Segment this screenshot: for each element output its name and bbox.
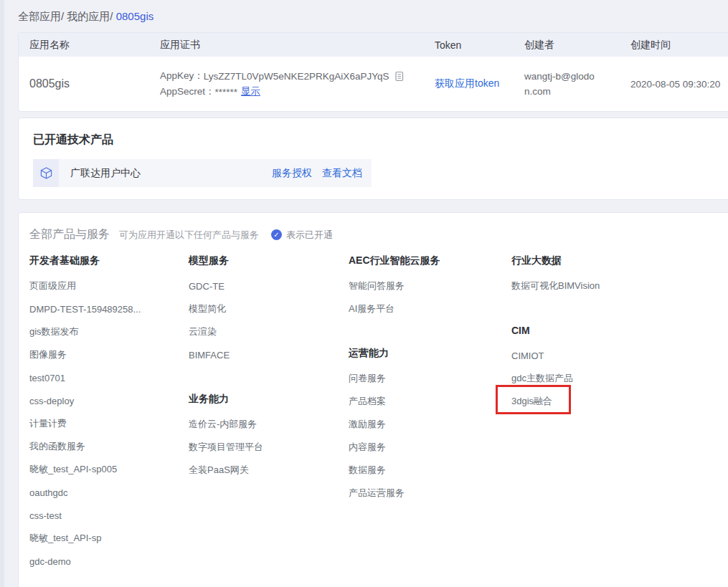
appkey-label: AppKey：	[160, 70, 204, 82]
product-service-label: gdc-demo	[29, 556, 71, 567]
get-token-link[interactable]: 获取应用token	[435, 77, 499, 89]
all-products-card: 全部产品与服务 可为应用开通以下任何产品与服务 ✓ 表示已开通 开发者基础服务页…	[18, 212, 728, 587]
product-group-items: GDC-TE模型简化云渲染BIMFACE	[189, 275, 349, 366]
app-cert-cell: AppKey：LysZZ7TL0VpW5eNKE2PRKgAiX6aPJYqS …	[149, 67, 424, 100]
product-service-item[interactable]: 数字项目管理平台	[189, 436, 349, 459]
product-service-item[interactable]: gdc主数据产品	[511, 367, 728, 390]
product-service-label: 造价云-内部服务	[189, 418, 257, 431]
product-service-label: CIMIOT	[511, 350, 544, 361]
product-service-item[interactable]: gis数据发布	[29, 320, 189, 343]
service-authorize-link[interactable]: 服务授权	[272, 167, 312, 180]
product-service-label: 模型简化	[189, 302, 226, 315]
table-header-cell: 应用证书	[149, 39, 424, 52]
product-service-item[interactable]: DMPD-TEST-159489258...	[29, 297, 189, 320]
product-service-item[interactable]: test0701	[29, 366, 189, 389]
product-service-item[interactable]: 问卷服务	[349, 367, 511, 390]
appsecret-mask: ******	[215, 87, 238, 97]
product-service-item[interactable]: 激励服务	[349, 413, 511, 436]
product-service-item[interactable]: 模型简化	[189, 297, 349, 320]
product-service-label: AI服务平台	[349, 302, 394, 315]
breadcrumb-item-1[interactable]: 全部应用/	[18, 10, 67, 22]
product-service-item[interactable]: 智能问答服务	[349, 275, 511, 297]
product-service-item[interactable]: 晓敏_test_API-sp005	[29, 458, 189, 481]
product-column-1: 开发者基础服务页面级应用DMPD-TEST-159489258...gis数据发…	[29, 249, 189, 573]
product-service-item[interactable]: css-deploy	[29, 389, 189, 412]
copy-icon[interactable]	[394, 71, 405, 82]
product-column-2: 模型服务GDC-TE模型简化云渲染BIMFACE业务能力造价云-内部服务数字项目…	[189, 249, 349, 573]
product-service-label: 图像服务	[29, 348, 67, 361]
product-service-item[interactable]: 晓敏_test_API-sp	[29, 527, 189, 550]
product-service-label: 数据可视化BIMVision	[511, 280, 600, 292]
product-service-label: DMPD-TEST-159489258...	[29, 304, 141, 315]
check-circle-icon: ✓	[271, 229, 282, 240]
product-service-label: 页面级应用	[29, 280, 76, 292]
product-service-item[interactable]: 全装PaaS网关	[189, 459, 349, 482]
product-service-item[interactable]: css-test	[29, 504, 189, 527]
product-group-header: 行业大数据	[511, 249, 728, 272]
product-service-label: GDC-TE	[189, 281, 224, 292]
enabled-products-card: 已开通技术产品 广联达用户中心服务授权查看文档	[18, 118, 728, 200]
product-group: AEC行业智能云服务智能问答服务AI服务平台	[349, 249, 511, 320]
show-secret-link[interactable]: 显示	[241, 85, 260, 98]
product-service-item[interactable]: oauthgdc	[29, 481, 189, 504]
product-service-label: 内容服务	[349, 441, 386, 454]
product-service-item[interactable]: 云渲染	[189, 320, 349, 343]
all-products-header: 全部产品与服务 可为应用开通以下任何产品与服务 ✓ 表示已开通	[29, 227, 728, 242]
breadcrumb-item-3[interactable]: 0805gis	[116, 10, 154, 22]
product-service-item[interactable]: 产品档案	[349, 390, 511, 413]
product-service-label: 数字项目管理平台	[189, 441, 263, 454]
product-service-item[interactable]: 图像服务	[29, 343, 189, 366]
product-group-items: 造价云-内部服务数字项目管理平台全装PaaS网关	[189, 413, 349, 482]
product-service-item[interactable]: gdc-demo	[29, 550, 189, 573]
product-service-item[interactable]: AI服务平台	[349, 297, 511, 320]
table-header-row: 应用名称应用证书Token创建者创建时间	[19, 33, 728, 57]
enabled-product-row[interactable]: 广联达用户中心服务授权查看文档	[33, 159, 372, 187]
breadcrumb-item-2[interactable]: 我的应用/	[67, 10, 115, 22]
product-service-label: BIMFACE	[189, 350, 230, 361]
product-group-items: 智能问答服务AI服务平台	[349, 275, 511, 320]
product-service-item[interactable]: GDC-TE	[189, 275, 349, 297]
product-service-label: 数据服务	[349, 464, 386, 477]
product-service-label: 晓敏_test_API-sp	[29, 532, 101, 545]
table-row: 0805gis AppKey：LysZZ7TL0VpW5eNKE2PRKgAiX…	[19, 57, 728, 111]
product-column-3: AEC行业智能云服务智能问答服务AI服务平台运营能力问卷服务产品档案激励服务内容…	[349, 249, 511, 573]
product-service-label: 云渲染	[189, 325, 217, 338]
product-service-item[interactable]: 数据服务	[349, 459, 511, 482]
product-group: CIMCIMIOTgdc主数据产品3dgis融合	[511, 319, 728, 413]
product-service-item[interactable]: 产品运营服务	[349, 482, 511, 505]
page-edge-strip	[0, 0, 4, 587]
product-service-label: 3dgis融合	[511, 395, 552, 408]
product-service-label: 激励服务	[349, 418, 386, 431]
product-service-item[interactable]: 内容服务	[349, 436, 511, 459]
product-service-label: 智能问答服务	[349, 280, 405, 292]
product-group-items: 问卷服务产品档案激励服务内容服务数据服务产品运营服务	[349, 367, 511, 505]
product-service-item[interactable]: 计量计费	[29, 412, 189, 435]
view-docs-link[interactable]: 查看文档	[322, 167, 362, 180]
app-name: 0805gis	[19, 77, 149, 90]
product-group-items: CIMIOTgdc主数据产品3dgis融合	[511, 344, 728, 413]
product-service-item[interactable]: 我的函数服务	[29, 435, 189, 458]
product-group: 开发者基础服务页面级应用DMPD-TEST-159489258...gis数据发…	[29, 249, 189, 573]
app-info-card: 应用名称应用证书Token创建者创建时间 0805gis AppKey：LysZ…	[18, 32, 728, 112]
product-service-item[interactable]: 数据可视化BIMVision	[511, 275, 728, 297]
product-service-item[interactable]: 3dgis融合	[511, 390, 728, 413]
product-group-header: 开发者基础服务	[29, 249, 189, 272]
product-service-label: 计量计费	[29, 417, 67, 430]
product-service-label: css-deploy	[29, 396, 74, 406]
product-service-label: 产品运营服务	[349, 487, 405, 500]
product-group: 运营能力问卷服务产品档案激励服务内容服务数据服务产品运营服务	[349, 342, 511, 505]
product-group-header: AEC行业智能云服务	[349, 249, 511, 272]
enabled-products-list: 广联达用户中心服务授权查看文档	[33, 159, 727, 187]
appkey-line: AppKey：LysZZ7TL0VpW5eNKE2PRKgAiX6aPJYqS	[160, 69, 424, 83]
product-service-label: css-test	[29, 510, 62, 521]
product-service-label: 产品档案	[349, 395, 386, 408]
product-service-item[interactable]: 页面级应用	[29, 275, 189, 297]
product-service-item[interactable]: BIMFACE	[189, 343, 349, 366]
product-group-items: 数据可视化BIMVision	[511, 275, 728, 297]
legend-label: 表示已开通	[286, 229, 333, 242]
table-header-cell: 创建者	[514, 39, 620, 52]
product-service-item[interactable]: 造价云-内部服务	[189, 413, 349, 436]
table-header-cell: 创建时间	[620, 39, 728, 52]
product-service-item[interactable]: CIMIOT	[511, 344, 728, 367]
product-service-label: oauthgdc	[29, 487, 68, 498]
